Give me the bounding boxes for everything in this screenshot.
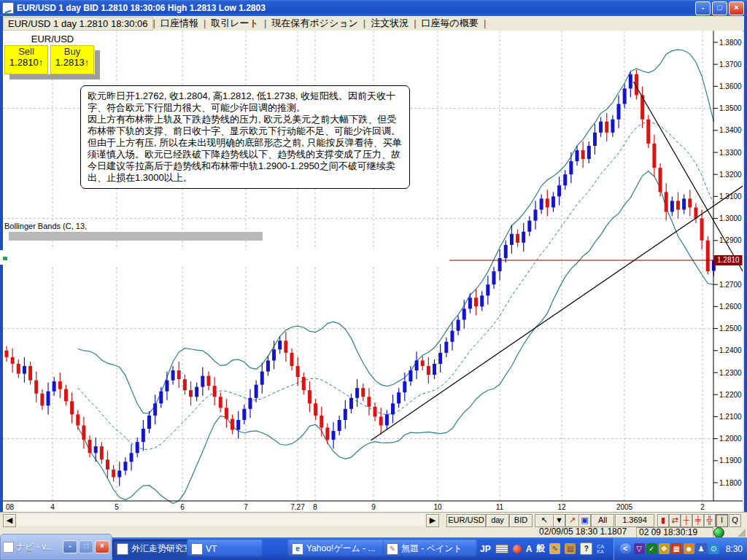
green-marker: [3, 257, 7, 260]
tray-chevron-icon[interactable]: <: [620, 543, 631, 554]
resize-grip[interactable]: [738, 529, 746, 537]
y-axis-label: 1.3800: [719, 39, 742, 47]
x-axis-label: 10: [433, 503, 442, 511]
app-icon: [2, 2, 14, 14]
scroll-left-button[interactable]: ◀: [3, 514, 16, 527]
y-axis-label: 1.2700: [719, 281, 742, 289]
y-axis-label: 1.1900: [719, 456, 742, 464]
analysis-annotation: 欧元昨日开1.2762, 收1.2804, 高1.2812, 低1.2738, …: [80, 85, 410, 189]
x-axis-label: 11: [496, 503, 504, 511]
msn-tray-icon[interactable]: ❖: [659, 543, 670, 554]
taskbar-button-外汇走势研究室...[interactable]: 外汇走势研究室...: [112, 540, 191, 558]
mini-window-titlebar[interactable]: ナビ - v... - □ ×: [0, 534, 112, 560]
pair-label: EUR/USD: [4, 34, 101, 44]
language-bar[interactable]: JP A 般 ✎ ▤ ? CAKA: [480, 537, 604, 560]
indicator-label-shadow: [9, 232, 263, 241]
cursor-tool-button[interactable]: ↖: [535, 514, 554, 527]
menu-item-取引レート[interactable]: 取引レート: [206, 18, 264, 28]
quote-type-button[interactable]: BID: [509, 514, 533, 527]
taskbar-button-label: VT: [206, 544, 217, 554]
taskbar-button-VT[interactable]: VT: [187, 540, 263, 558]
lang-a-label[interactable]: A: [526, 544, 533, 554]
paint-icon: ✎: [387, 543, 398, 555]
taskbar-button-label: Yahoo!ゲーム - ...: [306, 542, 375, 555]
x-axis-label: 2: [700, 503, 705, 511]
window-titlebar[interactable]: EUR/USD 1 day BID 1.2810 18:30:06 High 1…: [0, 0, 747, 16]
scroll-right-button[interactable]: ▶: [426, 514, 439, 527]
all-button[interactable]: All: [591, 514, 614, 527]
taskbar-button-無題 - ペイント[interactable]: ✎無題 - ペイント: [382, 540, 477, 558]
sell-quote-button[interactable]: Sell 1.2810↑: [4, 45, 48, 74]
keyboard-icon[interactable]: [495, 544, 508, 553]
quote-panel-button[interactable]: Q: [729, 514, 741, 527]
y-axis-label: 1.3700: [719, 61, 742, 69]
current-price-label: 1.2810: [717, 256, 740, 264]
close-button[interactable]: ×: [729, 1, 744, 15]
ime-mode-icon[interactable]: [513, 545, 522, 553]
search-tray-icon[interactable]: ⊙: [708, 543, 719, 554]
mini-window-icon: [3, 542, 14, 553]
taskbar-button-label: 外汇走势研究室...: [131, 542, 191, 555]
x-axis-label: 9: [371, 503, 376, 511]
price-button[interactable]: 1.3694: [615, 514, 654, 527]
buy-quote-button[interactable]: Buy 1.2813↑: [50, 45, 94, 74]
x-axis-label: 2005: [616, 503, 633, 511]
chart-area[interactable]: 1.38001.37001.36001.35001.34001.33001.32…: [3, 31, 743, 512]
ohlc-style-button[interactable]: ╬: [704, 514, 716, 527]
help-icon[interactable]: ?: [580, 542, 592, 555]
x-axis-label: 5: [115, 503, 119, 511]
mini-close-button[interactable]: ×: [95, 540, 109, 553]
bottom-toolbar: ◀ ▶ EUR/USDdayBID↖▼↗▣All1.3694▮⇄┼╪╬IQ: [0, 512, 747, 528]
y-axis-label: 1.3300: [719, 149, 742, 157]
security-tray-icon[interactable]: ✓: [646, 543, 657, 554]
taskbar: ナビ - v... - □ × 外汇走势研究室...VTeYahoo!ゲーム -…: [0, 537, 747, 560]
x-axis-label: 8: [313, 503, 317, 511]
x-axis-label: 7: [244, 503, 248, 511]
sell-price: 1.2810: [9, 57, 39, 68]
chart-app-icon: [117, 543, 128, 555]
menu-item-口座毎の概要[interactable]: 口座毎の概要: [417, 18, 484, 28]
chart-scrollbar-track[interactable]: [16, 514, 425, 526]
x-axis-label: 08: [6, 503, 15, 511]
taskbar-button-Yahoo!ゲーム - ...[interactable]: eYahoo!ゲーム - ...: [287, 540, 385, 558]
vt-tray-icon[interactable]: ▽: [634, 543, 645, 554]
maximize-button[interactable]: □: [712, 1, 727, 15]
cursor-dropdown[interactable]: ▼: [553, 514, 565, 527]
candle-style-button[interactable]: ▮: [657, 514, 669, 527]
pointer-line-tool[interactable]: ↗: [565, 514, 579, 527]
y-axis-label: 1.3200: [719, 171, 742, 179]
taskbar-button-label: 無題 - ペイント: [401, 542, 462, 555]
up-arrow-icon: ↑: [39, 57, 44, 68]
indicator-label[interactable]: Bollinger Bands (C, 13,: [3, 222, 88, 230]
select-box-tool[interactable]: ▣: [578, 514, 591, 527]
cross-style-button[interactable]: ┼: [681, 514, 692, 527]
lang-han-label[interactable]: 般: [536, 542, 545, 555]
user-tray-icon[interactable]: ♟: [696, 543, 707, 554]
hlc-style-button[interactable]: ╪: [692, 514, 704, 527]
ibeam-style-button[interactable]: I: [716, 514, 728, 527]
y-axis-label: 1.2600: [719, 303, 742, 311]
desktop: EUR/USD 1 day BID 1.2810 18:30:06 High 1…: [0, 0, 747, 560]
taskbar-clock: 8:30: [726, 544, 743, 554]
y-axis-label: 1.3600: [719, 82, 742, 90]
mini-maximize-button[interactable]: □: [79, 540, 93, 553]
symbol-button[interactable]: EUR/USD: [446, 514, 486, 527]
x-axis-label: 7.27: [290, 503, 305, 511]
ime-tools-icon[interactable]: ▤: [565, 543, 576, 554]
menu-item-注文状況[interactable]: 注文状況: [365, 18, 414, 28]
messenger-tray-icon[interactable]: ☻: [684, 543, 694, 554]
window-border-right: [744, 16, 747, 537]
menu-item-口座情報[interactable]: 口座情報: [155, 18, 204, 28]
bar-style-button[interactable]: ⇄: [669, 514, 681, 527]
y-axis-label: 1.2400: [719, 346, 742, 354]
mini-minimize-button[interactable]: -: [63, 540, 77, 553]
ime-pad-icon[interactable]: ✎: [549, 543, 560, 554]
minimize-button[interactable]: -: [695, 1, 711, 15]
chart-app-icon: [191, 543, 203, 555]
timeframe-button[interactable]: day: [486, 514, 509, 527]
update-tray-icon[interactable]: ▦: [671, 543, 682, 554]
caps-kana-indicator: CAKA: [597, 544, 604, 554]
menu-item-現在保有ポジション[interactable]: 現在保有ポジション: [266, 18, 363, 28]
y-axis-label: 1.2300: [719, 369, 742, 377]
lang-jp-label[interactable]: JP: [480, 544, 491, 554]
